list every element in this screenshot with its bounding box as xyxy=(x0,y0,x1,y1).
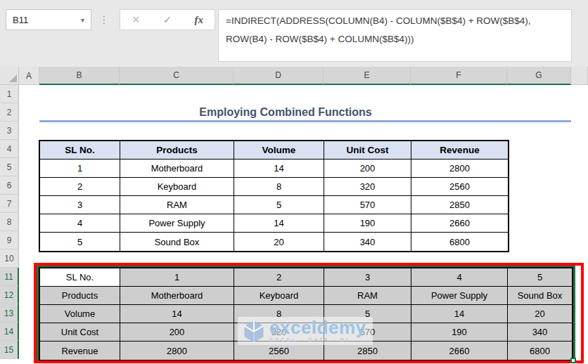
table-cell[interactable]: 4 xyxy=(411,268,508,287)
source-table: SL No.ProductsVolumeUnit CostRevenue1Mot… xyxy=(39,140,509,252)
row-header-4[interactable]: 4 xyxy=(0,140,19,158)
enter-icon[interactable]: ✓ xyxy=(163,13,172,26)
table-cell[interactable]: Volume xyxy=(40,305,120,323)
table-cell[interactable]: 6800 xyxy=(411,233,508,251)
table-cell[interactable]: 20 xyxy=(508,305,572,323)
table-cell[interactable]: 2800 xyxy=(120,342,234,360)
name-box-value: B11 xyxy=(13,15,28,25)
header-cell[interactable]: SL No. xyxy=(40,141,120,160)
table-cell[interactable]: Power Supply xyxy=(120,214,234,233)
table-cell[interactable]: 3 xyxy=(40,196,120,214)
table-cell[interactable]: 190 xyxy=(324,214,411,233)
table-cell[interactable]: Keyboard xyxy=(120,178,234,196)
column-header-B[interactable]: B xyxy=(39,67,120,85)
header-cell[interactable]: Products xyxy=(120,141,234,160)
column-header-F[interactable]: F xyxy=(411,67,507,85)
column-header-A[interactable]: A xyxy=(19,67,39,85)
table-cell[interactable]: 570 xyxy=(324,196,411,214)
table-cell[interactable]: 14 xyxy=(234,160,324,178)
table-cell[interactable]: 14 xyxy=(411,305,508,323)
table-cell[interactable]: SL No. xyxy=(40,268,120,287)
cancel-icon[interactable]: ✕ xyxy=(132,13,141,26)
column-header-E[interactable]: E xyxy=(324,67,411,85)
row-header-11[interactable]: 11 xyxy=(0,268,19,286)
title-underline xyxy=(39,120,571,122)
fill-handle[interactable] xyxy=(570,358,576,363)
row-header-7[interactable]: 7 xyxy=(0,195,19,213)
table-cell[interactable]: 2800 xyxy=(411,160,508,178)
formula-line-1: =INDIRECT(ADDRESS(COLUMN(B4) - COLUMN($B… xyxy=(226,12,564,30)
excel-window: B11 ▾ ⋮ ✕ ✓ fx =INDIRECT(ADDRESS(COLUMN(… xyxy=(0,0,588,364)
table-cell[interactable]: Motherboard xyxy=(120,160,234,178)
table-cell[interactable]: Unit Cost xyxy=(40,323,120,342)
row-header-12[interactable]: 12 xyxy=(0,286,19,304)
table-cell[interactable]: 5 xyxy=(234,196,324,214)
table-cell[interactable]: 1 xyxy=(40,160,120,178)
select-all-corner[interactable] xyxy=(0,67,19,85)
table-cell[interactable]: RAM xyxy=(324,287,411,305)
table-cell[interactable]: Revenue xyxy=(40,342,120,360)
table-cell[interactable]: 20 xyxy=(234,233,324,251)
table-cell[interactable]: 5 xyxy=(40,233,120,251)
formula-input[interactable]: =INDIRECT(ADDRESS(COLUMN(B4) - COLUMN($B… xyxy=(218,9,572,62)
row-header-2[interactable]: 2 xyxy=(0,103,19,122)
column-header-D[interactable]: D xyxy=(234,67,324,85)
table-cell[interactable]: Products xyxy=(40,287,120,305)
header-cell[interactable]: Volume xyxy=(234,141,324,160)
table-cell[interactable]: Sound Box xyxy=(120,233,234,251)
table-cell[interactable]: 6800 xyxy=(508,342,572,360)
table-cell[interactable]: 2660 xyxy=(411,342,508,360)
table-cell[interactable]: 190 xyxy=(411,323,508,342)
table-cell[interactable]: Sound Box xyxy=(508,287,572,305)
row-header-13[interactable]: 13 xyxy=(0,304,19,323)
column-header-G[interactable]: G xyxy=(507,67,571,85)
table-cell[interactable]: 2850 xyxy=(411,196,508,214)
row-header-14[interactable]: 14 xyxy=(0,323,19,341)
header-cell[interactable]: Revenue xyxy=(411,141,508,160)
column-header-C[interactable]: C xyxy=(120,67,234,85)
column-header-partial[interactable] xyxy=(571,67,588,85)
watermark: exceldemy EXCEL - DATA - BI xyxy=(238,317,373,345)
watermark-brand: exceldemy xyxy=(269,319,366,336)
table-cell[interactable]: 5 xyxy=(508,268,572,287)
worksheet: ABCDEFG 123456789101112131415 Employing … xyxy=(0,67,588,364)
table-cell[interactable]: Keyboard xyxy=(234,287,324,305)
table-cell[interactable]: 340 xyxy=(508,323,572,342)
table-cell[interactable]: 2560 xyxy=(411,178,508,196)
table-cell[interactable]: 8 xyxy=(234,178,324,196)
insert-function-icon[interactable]: fx xyxy=(194,14,203,26)
row-header-10[interactable]: 10 xyxy=(0,249,19,268)
table-cell[interactable]: 3 xyxy=(324,268,411,287)
formula-bar-area: B11 ▾ ⋮ ✕ ✓ fx =INDIRECT(ADDRESS(COLUMN(… xyxy=(0,0,588,67)
formula-line-2: ROW(B4) - ROW($B$4) + COLUMN($B$4))) xyxy=(226,30,564,48)
name-box-dropdown-icon[interactable]: ▾ xyxy=(81,16,84,24)
row-header-5[interactable]: 5 xyxy=(0,158,19,176)
table-cell[interactable]: 2 xyxy=(234,268,324,287)
table-cell[interactable]: 2 xyxy=(40,178,120,196)
row-header-6[interactable]: 6 xyxy=(0,176,19,195)
row-header-9[interactable]: 9 xyxy=(0,231,19,249)
table-cell[interactable]: Motherboard xyxy=(120,287,234,305)
kebab-divider-icon: ⋮ xyxy=(99,9,109,30)
sheet-title-cell[interactable]: Employing Combined Functions xyxy=(39,103,532,122)
table-cell[interactable]: 200 xyxy=(324,160,411,178)
row-header-15[interactable]: 15 xyxy=(0,341,19,359)
table-cell[interactable]: 340 xyxy=(324,233,411,251)
table-cell[interactable]: 14 xyxy=(234,214,324,233)
table-cell[interactable]: Power Supply xyxy=(411,287,508,305)
table-cell[interactable]: RAM xyxy=(120,196,234,214)
row-header-8[interactable]: 8 xyxy=(0,213,19,231)
table-cell[interactable]: 14 xyxy=(120,305,234,323)
table-cell[interactable]: 320 xyxy=(324,178,411,196)
formula-buttons: ✕ ✓ fx xyxy=(120,9,215,30)
table-cell[interactable]: 200 xyxy=(120,323,234,342)
name-box[interactable]: B11 ▾ xyxy=(6,9,91,30)
row-header-3[interactable]: 3 xyxy=(0,122,19,140)
table-cell[interactable]: 2660 xyxy=(411,214,508,233)
transposed-table: SL No.12345ProductsMotherboardKeyboardRA… xyxy=(39,267,573,361)
header-cell[interactable]: Unit Cost xyxy=(324,141,411,160)
table-cell[interactable]: 1 xyxy=(120,268,234,287)
row-header-1[interactable]: 1 xyxy=(0,85,19,103)
table-cell[interactable]: 4 xyxy=(40,214,120,233)
watermark-tagline: EXCEL - DATA - BI xyxy=(269,337,366,343)
